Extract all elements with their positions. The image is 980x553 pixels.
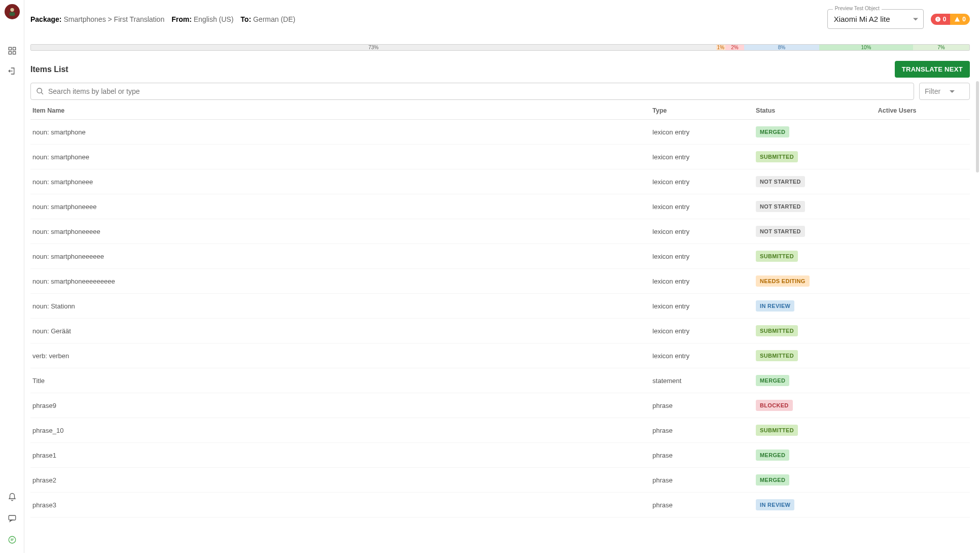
search-input[interactable] xyxy=(48,87,908,95)
feedback-icon[interactable]: ? xyxy=(4,510,20,527)
svg-rect-1 xyxy=(9,12,15,16)
table-row[interactable]: noun: smartphoneeeelexicon entryNOT STAR… xyxy=(30,194,970,219)
col-active-users[interactable]: Active Users xyxy=(876,100,970,120)
validation-pill[interactable]: 0 0 xyxy=(931,14,970,25)
items-table: Item Name Type Status Active Users noun:… xyxy=(30,100,970,517)
svg-point-0 xyxy=(10,8,14,12)
package-breadcrumb[interactable]: Package: Smartphones > First Translation xyxy=(30,15,164,23)
active-users-cell xyxy=(876,244,970,269)
table-row[interactable]: verb: verbenlexicon entrySUBMITTED xyxy=(30,343,970,368)
table-row[interactable]: noun: Geräätlexicon entrySUBMITTED xyxy=(30,319,970,343)
filter-select[interactable]: Filter xyxy=(919,83,970,100)
item-name-cell: phrase1 xyxy=(30,443,650,468)
item-name-cell: noun: Geräät xyxy=(30,319,650,343)
active-users-cell xyxy=(876,269,970,294)
preview-object-select[interactable]: Preview Test Object Xiaomi Mi A2 lite xyxy=(827,9,924,29)
progress-segment: 73% xyxy=(31,45,716,50)
item-type-cell: lexicon entry xyxy=(650,319,754,343)
table-row[interactable]: noun: smartphonelexicon entryMERGED xyxy=(30,120,970,145)
active-users-cell xyxy=(876,468,970,493)
avatar[interactable] xyxy=(5,4,20,19)
table-row[interactable]: phrase_10phraseSUBMITTED xyxy=(30,418,970,443)
item-name-cell: noun: smartphone xyxy=(30,120,650,145)
item-type-cell: lexicon entry xyxy=(650,244,754,269)
active-users-cell xyxy=(876,343,970,368)
item-status-cell: MERGED xyxy=(754,468,876,493)
logout-icon[interactable] xyxy=(4,63,20,79)
item-status-cell: NEEDS EDITING xyxy=(754,269,876,294)
item-status-cell: NOT STARTED xyxy=(754,169,876,194)
active-users-cell xyxy=(876,443,970,468)
status-badge: MERGED xyxy=(756,126,789,137)
item-type-cell: phrase xyxy=(650,393,754,418)
status-badge: NOT STARTED xyxy=(756,201,805,212)
active-users-cell xyxy=(876,120,970,145)
search-input-wrap[interactable] xyxy=(30,83,914,100)
status-badge: SUBMITTED xyxy=(756,350,798,361)
item-name-cell: phrase3 xyxy=(30,493,650,517)
status-badge: NEEDS EDITING xyxy=(756,275,809,287)
active-users-cell xyxy=(876,319,970,343)
item-type-cell: phrase xyxy=(650,493,754,517)
active-users-cell xyxy=(876,418,970,443)
svg-rect-11 xyxy=(937,18,938,20)
svg-rect-5 xyxy=(13,52,15,54)
item-type-cell: lexicon entry xyxy=(650,145,754,169)
table-row[interactable]: noun: Stationnlexicon entryIN REVIEW xyxy=(30,294,970,319)
chat-icon[interactable] xyxy=(4,532,20,548)
active-users-cell xyxy=(876,493,970,517)
table-row[interactable]: phrase1phraseMERGED xyxy=(30,443,970,468)
active-users-cell xyxy=(876,368,970,393)
item-type-cell: lexicon entry xyxy=(650,294,754,319)
status-badge: NOT STARTED xyxy=(756,176,805,187)
col-item-name[interactable]: Item Name xyxy=(30,100,650,120)
active-users-cell xyxy=(876,393,970,418)
item-status-cell: SUBMITTED xyxy=(754,418,876,443)
col-type[interactable]: Type xyxy=(650,100,754,120)
svg-rect-3 xyxy=(13,47,15,50)
item-status-cell: SUBMITTED xyxy=(754,319,876,343)
col-status[interactable]: Status xyxy=(754,100,876,120)
scrollbar-thumb[interactable] xyxy=(976,81,979,172)
table-row[interactable]: phrase9phraseBLOCKED xyxy=(30,393,970,418)
status-badge: SUBMITTED xyxy=(756,325,798,336)
status-badge: MERGED xyxy=(756,375,789,386)
from-language: From: English (US) xyxy=(171,15,233,23)
active-users-cell xyxy=(876,169,970,194)
translate-next-button[interactable]: TRANSLATE NEXT xyxy=(895,61,970,78)
progress-segment: 2% xyxy=(725,45,744,50)
table-row[interactable]: noun: smartphoneeeeeelexicon entrySUBMIT… xyxy=(30,244,970,269)
table-row[interactable]: phrase3phraseIN REVIEW xyxy=(30,493,970,517)
table-row[interactable]: phrase2phraseMERGED xyxy=(30,468,970,493)
item-status-cell: NOT STARTED xyxy=(754,194,876,219)
chevron-down-icon xyxy=(913,18,918,20)
active-users-cell xyxy=(876,194,970,219)
item-type-cell: lexicon entry xyxy=(650,120,754,145)
table-row[interactable]: noun: smartphoneeeeeeeeelexicon entryNEE… xyxy=(30,269,970,294)
item-name-cell: noun: smartphoneeeeeeeee xyxy=(30,269,650,294)
bell-icon[interactable] xyxy=(4,489,20,505)
table-row[interactable]: noun: smartphoneeelexicon entryNOT START… xyxy=(30,169,970,194)
item-type-cell: lexicon entry xyxy=(650,194,754,219)
item-name-cell: phrase2 xyxy=(30,468,650,493)
item-status-cell: SUBMITTED xyxy=(754,244,876,269)
status-badge: SUBMITTED xyxy=(756,251,798,262)
svg-rect-12 xyxy=(937,20,938,21)
table-row[interactable]: noun: smartphoneeeeelexicon entryNOT STA… xyxy=(30,219,970,244)
item-status-cell: IN REVIEW xyxy=(754,294,876,319)
item-type-cell: lexicon entry xyxy=(650,169,754,194)
item-type-cell: lexicon entry xyxy=(650,343,754,368)
item-type-cell: lexicon entry xyxy=(650,219,754,244)
sidebar-rail: ? xyxy=(0,0,24,553)
item-type-cell: phrase xyxy=(650,468,754,493)
item-name-cell: noun: smartphoneee xyxy=(30,169,650,194)
table-row[interactable]: noun: smartphoneelexicon entrySUBMITTED xyxy=(30,145,970,169)
status-badge: MERGED xyxy=(756,474,789,486)
item-status-cell: SUBMITTED xyxy=(754,145,876,169)
status-badge: BLOCKED xyxy=(756,400,793,411)
item-name-cell: Title xyxy=(30,368,650,393)
item-name-cell: verb: verben xyxy=(30,343,650,368)
dashboard-icon[interactable] xyxy=(4,43,20,59)
item-name-cell: noun: smartphoneeeee xyxy=(30,219,650,244)
table-row[interactable]: TitlestatementMERGED xyxy=(30,368,970,393)
